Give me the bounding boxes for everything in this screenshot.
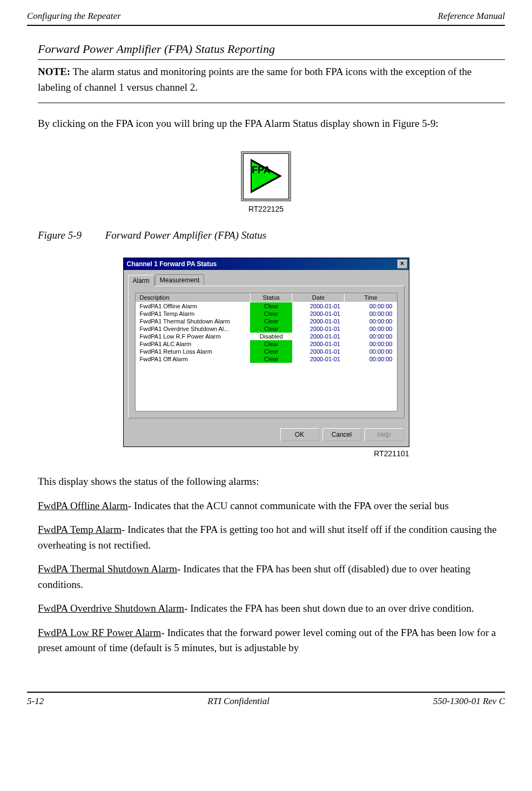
table-row[interactable]: FwdPA1 ALC AlarmClear2000-01-0100:00:00 (135, 340, 397, 348)
col-status[interactable]: Status (250, 293, 292, 302)
section-rule-top (38, 59, 505, 60)
alarm-table: Description Status Date Time FwdPA1 Offl… (135, 293, 398, 412)
col-date[interactable]: Date (292, 293, 345, 302)
fpa-icon-block: FPA RT222125 (27, 151, 505, 213)
tab-alarm[interactable]: Alarm (128, 275, 154, 286)
alarm-name: FwdPA Overdrive Shutdown Alarm (38, 603, 184, 614)
cell-description: FwdPA1 Off Alarm (135, 355, 250, 363)
cell-date: 2000-01-01 (292, 325, 345, 333)
ok-button[interactable]: OK (280, 428, 319, 441)
footer-right: 550-1300-01 Rev C (433, 696, 505, 707)
cell-time: 00:00:00 (345, 348, 397, 355)
alarm-definition: FwdPA Offline Alarm- Indicates that the … (27, 498, 505, 523)
figure-caption: Figure 5-9 Forward Power Amplifier (FPA)… (27, 229, 505, 241)
tab-measurement[interactable]: Measurement (155, 274, 204, 286)
cell-date: 2000-01-01 (292, 340, 345, 348)
fpa-icon[interactable]: FPA (241, 151, 291, 201)
fpa-icon-label: FPA (252, 165, 271, 176)
table-row[interactable]: FwdPA1 Off AlarmClear2000-01-0100:00:00 (135, 355, 397, 363)
cell-description: FwdPA1 Return Loss Alarm (135, 348, 250, 355)
col-description[interactable]: Description (135, 293, 250, 302)
note-label: NOTE: (38, 66, 70, 77)
alarm-text: - Indicates that the ACU cannot communic… (128, 500, 449, 511)
alarm-name: FwdPA Offline Alarm (38, 500, 128, 511)
cell-status: Clear (250, 317, 292, 325)
cell-date: 2000-01-01 (292, 310, 345, 317)
dialog-buttons: OK Cancel Help (124, 423, 409, 447)
alarm-definition: FwdPA Thermal Shutdown Alarm- Indicates … (27, 562, 505, 601)
alarm-definition: FwdPA Temp Alarm- Indicates that the FPA… (27, 522, 505, 562)
cell-date: 2000-01-01 (292, 317, 345, 325)
alarm-definition: FwdPA Low RF Power Alarm- Indicates that… (27, 625, 505, 665)
section-title: Forward Power Amplifier (FPA) Status Rep… (27, 42, 505, 56)
close-icon[interactable]: × (398, 260, 407, 268)
table-row[interactable]: FwdPA1 Thermal Shutdown AlarmClear2000-0… (135, 317, 397, 325)
alarm-definition: FwdPA Overdrive Shutdown Alarm- Indicate… (27, 601, 505, 625)
alarm-text: - Indicates the FPA has been shut down d… (184, 603, 474, 614)
cell-status: Clear (250, 310, 292, 317)
cell-status: Clear (250, 302, 292, 310)
cell-status: Clear (250, 340, 292, 348)
intro-text: By clicking on the FPA icon you will bri… (27, 116, 505, 140)
table-row[interactable]: FwdPA1 Temp AlarmClear2000-01-0100:00:00 (135, 310, 397, 317)
cell-status: Clear (250, 325, 292, 333)
cell-date: 2000-01-01 (292, 333, 345, 340)
header-rule (27, 25, 505, 26)
cell-time: 00:00:00 (345, 310, 397, 317)
cell-date: 2000-01-01 (292, 348, 345, 355)
cell-status: Clear (250, 348, 292, 355)
cell-status: Clear (250, 355, 292, 363)
note-block: NOTE: The alarm status and monitoring po… (27, 64, 505, 99)
cell-date: 2000-01-01 (292, 302, 345, 310)
help-button[interactable]: Help (365, 428, 403, 441)
cell-description: FwdPA1 Thermal Shutdown Alarm (135, 317, 250, 325)
cell-description: FwdPA1 Low R.F Power Alarm (135, 333, 250, 340)
cell-description: FwdPA1 Offline Alarm (135, 302, 250, 310)
dialog-ref: RT221101 (123, 449, 409, 458)
note-text: The alarm status and monitoring points a… (38, 66, 472, 93)
cell-time: 00:00:00 (345, 317, 397, 325)
cell-date: 2000-01-01 (292, 355, 345, 363)
header-right: Reference Manual (438, 11, 505, 22)
page-footer: 5-12 RTI Confidential 550-1300-01 Rev C (27, 696, 505, 707)
alarm-name: FwdPA Low RF Power Alarm (38, 627, 161, 638)
dialog-title-bar: Channel 1 Forward PA Status × (124, 258, 409, 270)
fpa-icon-ref: RT222125 (27, 205, 505, 213)
footer-rule (27, 692, 505, 696)
footer-center: RTI Confidential (207, 696, 270, 707)
cell-time: 00:00:00 (345, 302, 397, 310)
figure-title: Forward Power Amplifier (FPA) Status (105, 229, 266, 241)
figure-number: Figure 5-9 (38, 229, 103, 241)
dialog-title: Channel 1 Forward PA Status (127, 260, 217, 268)
tab-content: Description Status Date Time FwdPA1 Offl… (128, 286, 405, 419)
fpa-status-dialog: Channel 1 Forward PA Status × Alarm Meas… (123, 258, 409, 448)
table-row[interactable]: FwdPA1 Overdrive Shutdown Al...Clear2000… (135, 325, 397, 333)
dialog-block: Channel 1 Forward PA Status × Alarm Meas… (123, 258, 409, 458)
cell-time: 00:00:00 (345, 340, 397, 348)
cell-time: 00:00:00 (345, 325, 397, 333)
footer-page: 5-12 (27, 696, 44, 707)
cancel-button[interactable]: Cancel (322, 428, 361, 441)
cell-time: 00:00:00 (345, 355, 397, 363)
table-row[interactable]: FwdPA1 Low R.F Power AlarmDisabled2000-0… (135, 333, 397, 340)
table-row[interactable]: FwdPA1 Offline AlarmClear2000-01-0100:00… (135, 302, 397, 310)
cell-status: Disabled (250, 333, 292, 340)
status-intro: This display shows the status of the fol… (27, 474, 505, 498)
header-left: Configuring the Repeater (27, 11, 121, 22)
alarm-name: FwdPA Temp Alarm (38, 524, 122, 535)
col-time[interactable]: Time (345, 293, 397, 302)
cell-description: FwdPA1 ALC Alarm (135, 340, 250, 348)
note-rule (38, 103, 505, 103)
page-header: Configuring the Repeater Reference Manua… (27, 11, 505, 25)
cell-description: FwdPA1 Overdrive Shutdown Al... (135, 325, 250, 333)
alarm-name: FwdPA Thermal Shutdown Alarm (38, 563, 177, 574)
tabs: Alarm Measurement (128, 274, 405, 286)
cell-time: 00:00:00 (345, 333, 397, 340)
table-row[interactable]: FwdPA1 Return Loss AlarmClear2000-01-010… (135, 348, 397, 355)
cell-description: FwdPA1 Temp Alarm (135, 310, 250, 317)
